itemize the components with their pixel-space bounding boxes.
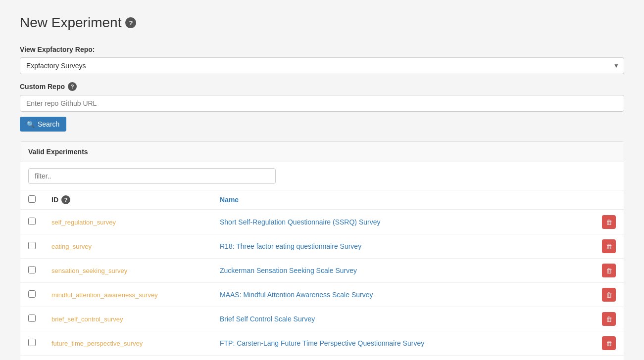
row-checkbox[interactable] (28, 266, 36, 273)
panel-title: Valid Experiments (28, 148, 88, 156)
experiment-id: mindful_attention_awareness_survey (44, 283, 212, 307)
delete-button[interactable]: 🗑 (602, 215, 616, 229)
delete-button[interactable]: 🗑 (602, 288, 616, 302)
custom-repo-help-icon[interactable]: ? (68, 82, 77, 91)
page-help-icon[interactable]: ? (125, 17, 136, 28)
page-title: New Experiment (20, 15, 121, 31)
repo-label: View Expfactory Repo: (20, 45, 624, 53)
row-checkbox-cell (20, 259, 44, 283)
table-row: mindful_attention_awareness_survey MAAS:… (20, 283, 624, 307)
table-row: leisure_time_activity_survey L-Cat: The … (20, 356, 624, 360)
delete-button[interactable]: 🗑 (602, 312, 616, 326)
filter-container (20, 162, 624, 190)
row-checkbox[interactable] (28, 339, 36, 346)
repo-select-wrapper: Expfactory Surveys ▼ (20, 57, 624, 74)
experiment-id: sensation_seeking_survey (44, 259, 212, 283)
action-cell: 🗑 (594, 234, 624, 259)
experiment-name[interactable]: Brief Self Control Scale Survey (212, 307, 594, 331)
row-checkbox-cell (20, 307, 44, 331)
search-icon: 🔍 (27, 121, 35, 128)
repo-section: View Expfactory Repo: Expfactory Surveys… (20, 45, 624, 74)
experiment-name[interactable]: Short Self-Regulation Questionnaire (SSR… (212, 210, 594, 234)
action-cell: 🗑 (594, 307, 624, 331)
id-col-label: ID (51, 196, 58, 204)
delete-button[interactable]: 🗑 (602, 336, 616, 350)
custom-repo-label: Custom Repo (20, 83, 65, 90)
experiment-name[interactable]: MAAS: Mindful Attention Awareness Scale … (212, 283, 594, 307)
row-checkbox[interactable] (28, 290, 36, 298)
experiment-id: self_regulation_survey (44, 210, 212, 234)
experiment-id: leisure_time_activity_survey (44, 356, 212, 360)
name-column-header: Name (212, 190, 594, 210)
row-checkbox[interactable] (28, 218, 36, 225)
table-header-row: ID ? Name (20, 190, 624, 210)
action-cell: 🗑 (594, 356, 624, 360)
experiment-name[interactable]: Zuckerman Sensation Seeking Scale Survey (212, 259, 594, 283)
search-button-label: Search (38, 120, 59, 128)
row-checkbox-cell (20, 210, 44, 234)
table-row: future_time_perspective_survey FTP: Cars… (20, 331, 624, 356)
table-row: brief_self_control_survey Brief Self Con… (20, 307, 624, 331)
row-checkbox-cell (20, 356, 44, 360)
experiment-id: eating_survey (44, 234, 212, 259)
action-cell: 🗑 (594, 259, 624, 283)
experiment-id: future_time_perspective_survey (44, 331, 212, 356)
select-all-checkbox[interactable] (28, 195, 36, 203)
experiments-tbody: self_regulation_survey Short Self-Regula… (20, 210, 624, 360)
custom-repo-section: Custom Repo ? 🔍 Search (20, 82, 624, 132)
id-column-header: ID ? (44, 190, 212, 210)
row-checkbox[interactable] (28, 242, 36, 249)
action-cell: 🗑 (594, 331, 624, 356)
experiment-name[interactable]: FTP: Carsten-Lang Future Time Perspectiv… (212, 331, 594, 356)
filter-input[interactable] (28, 168, 276, 184)
experiment-id: brief_self_control_survey (44, 307, 212, 331)
custom-repo-input[interactable] (20, 95, 624, 112)
search-button[interactable]: 🔍 Search (20, 117, 66, 132)
experiments-panel: Valid Experiments ID ? Name (20, 141, 624, 360)
panel-header: Valid Experiments (20, 142, 624, 162)
action-cell: 🗑 (594, 283, 624, 307)
row-checkbox-cell (20, 234, 44, 259)
row-checkbox-cell (20, 283, 44, 307)
row-checkbox-cell (20, 331, 44, 356)
name-col-label: Name (220, 196, 239, 204)
custom-repo-label-group: Custom Repo ? (20, 82, 624, 91)
table-row: self_regulation_survey Short Self-Regula… (20, 210, 624, 234)
action-col-header (594, 190, 624, 210)
delete-button[interactable]: 🗑 (602, 264, 616, 277)
experiment-name[interactable]: L-Cat: The Stanford Leisure Time Activit… (212, 356, 594, 360)
table-row: eating_survey R18: Three factor eating q… (20, 234, 624, 259)
experiments-table: ID ? Name self_regulation_survey Short S… (20, 190, 624, 360)
repo-select[interactable]: Expfactory Surveys (20, 57, 624, 74)
action-cell: 🗑 (594, 210, 624, 234)
select-all-col (20, 190, 44, 210)
delete-button[interactable]: 🗑 (602, 239, 616, 253)
row-checkbox[interactable] (28, 315, 36, 322)
experiment-name[interactable]: R18: Three factor eating questionnaire S… (212, 234, 594, 259)
page-header: New Experiment ? (20, 15, 624, 31)
table-row: sensation_seeking_survey Zuckerman Sensa… (20, 259, 624, 283)
id-col-help-icon[interactable]: ? (61, 195, 70, 204)
